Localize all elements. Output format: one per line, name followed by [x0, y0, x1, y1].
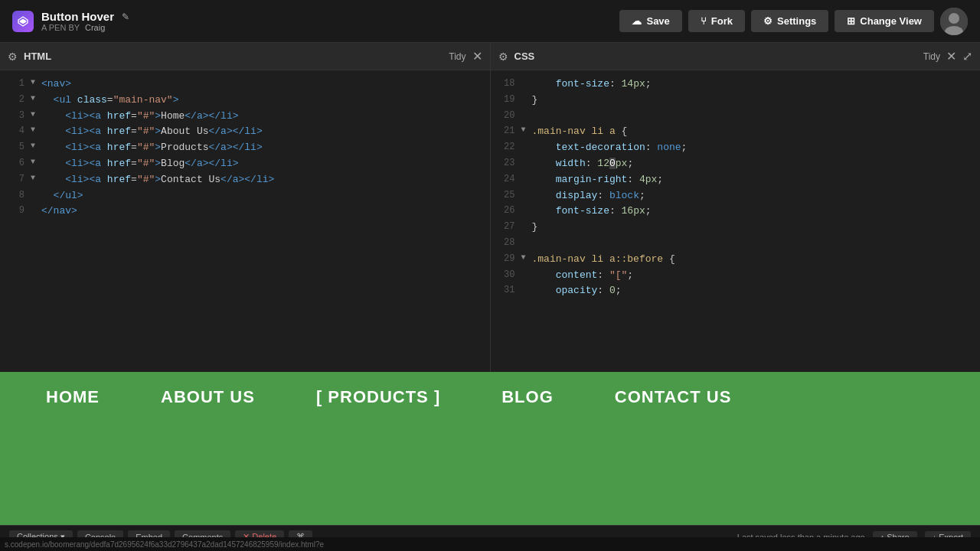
- code-line: 22 text-decoration: none;: [491, 140, 981, 156]
- svg-point-1: [949, 13, 959, 24]
- html-header-left: ⚙ HTML: [8, 51, 51, 63]
- settings-button[interactable]: ⚙ Settings: [751, 10, 828, 32]
- code-line: 19 }: [491, 93, 981, 109]
- nav-item-blog[interactable]: BLOG: [471, 387, 584, 407]
- logo-svg: [17, 15, 29, 28]
- user-avatar[interactable]: [940, 8, 968, 35]
- code-line: 26 font-size: 16px;: [491, 204, 981, 220]
- html-editor-content[interactable]: 1 ▼ <nav> 2 ▼ <ul class="main-nav"> 3 ▼ …: [0, 70, 490, 372]
- cloud-icon: ☁: [632, 15, 642, 27]
- layout-icon: ⊞: [847, 15, 855, 27]
- css-gear-icon[interactable]: ⚙: [498, 51, 508, 63]
- code-line: 27 }: [491, 220, 981, 236]
- fork-icon: ⑂: [701, 15, 707, 27]
- code-line: 30 content: "[";: [491, 268, 981, 284]
- code-line: 7 ▼ <li><a href="#">Contact Us</a></li>: [0, 172, 490, 188]
- save-button[interactable]: ☁ Save: [619, 10, 681, 32]
- html-close-button[interactable]: ✕: [472, 51, 482, 63]
- css-editor-panel: ⚙ CSS Tidy ✕ ⤢ 18 font-size: 14px; 19 }: [491, 43, 981, 372]
- code-line: 3 ▼ <li><a href="#">Home</a></li>: [0, 109, 490, 125]
- css-editor-content[interactable]: 18 font-size: 14px; 19 } 20 21 ▼ .main-n…: [491, 70, 981, 372]
- html-tidy-button[interactable]: Tidy: [449, 51, 466, 62]
- nav-item-home[interactable]: HOME: [15, 387, 130, 407]
- css-header-left: ⚙ CSS: [498, 51, 535, 63]
- topbar: Button Hover ✎ A PEN BY Craig ☁ Save ⑂ F…: [0, 0, 980, 43]
- code-line: 31 opacity: 0;: [491, 283, 981, 299]
- fork-button[interactable]: ⑂ Fork: [688, 10, 745, 32]
- pen-edit-icon[interactable]: ✎: [122, 11, 129, 22]
- css-editor-header: ⚙ CSS Tidy ✕ ⤢: [491, 43, 981, 70]
- css-close-button[interactable]: ✕: [946, 51, 956, 63]
- url-text: s.codepen.io/boomerang/dedfa7d2695624f6a…: [5, 540, 324, 549]
- code-line: 6 ▼ <li><a href="#">Blog</a></li>: [0, 156, 490, 172]
- css-header-right: Tidy ✕ ⤢: [923, 51, 972, 63]
- preview-nav: HOME ABOUT US [ PRODUCTS ] BLOG CONTACT …: [0, 387, 980, 407]
- css-panel-title: CSS: [514, 51, 535, 62]
- topbar-buttons: ☁ Save ⑂ Fork ⚙ Settings ⊞ Change View: [619, 8, 968, 35]
- code-line: 21 ▼ .main-nav li a {: [491, 124, 981, 140]
- css-tidy-button[interactable]: Tidy: [923, 51, 940, 62]
- html-panel-title: HTML: [24, 51, 51, 62]
- codepen-logo: [12, 11, 34, 32]
- nav-item-contact[interactable]: CONTACT US: [584, 387, 763, 407]
- nav-item-products[interactable]: [ PRODUCTS ]: [286, 387, 471, 407]
- changeview-button[interactable]: ⊞ Change View: [835, 10, 934, 32]
- code-line: 20: [491, 109, 981, 125]
- pen-info: Button Hover ✎ A PEN BY Craig: [41, 10, 129, 32]
- editors-wrapper: ⚙ HTML Tidy ✕ 1 ▼ <nav> 2 ▼ <ul class="m…: [0, 43, 980, 372]
- html-header-right: Tidy ✕: [449, 51, 482, 63]
- url-bar: s.codepen.io/boomerang/dedfa7d2695624f6a…: [0, 537, 980, 551]
- preview-area: HOME ABOUT US [ PRODUCTS ] BLOG CONTACT …: [0, 372, 980, 525]
- code-line: 28: [491, 236, 981, 252]
- nav-item-about[interactable]: ABOUT US: [130, 387, 286, 407]
- topbar-logo: Button Hover ✎ A PEN BY Craig: [12, 10, 619, 32]
- avatar-svg: [940, 8, 968, 35]
- html-editor-header: ⚙ HTML Tidy ✕: [0, 43, 490, 70]
- code-line: 1 ▼ <nav>: [0, 77, 490, 93]
- code-line: 9 </nav>: [0, 204, 490, 220]
- pen-title: Button Hover: [41, 10, 114, 23]
- code-line: 5 ▼ <li><a href="#">Products</a></li>: [0, 140, 490, 156]
- pen-subtitle: A PEN BY: [41, 23, 80, 32]
- code-line: 2 ▼ <ul class="main-nav">: [0, 93, 490, 109]
- code-line: 8 </ul>: [0, 188, 490, 204]
- code-line: 4 ▼ <li><a href="#">About Us</a></li>: [0, 124, 490, 140]
- code-line: 29 ▼ .main-nav li a::before {: [491, 252, 981, 268]
- gear-icon: ⚙: [763, 15, 773, 27]
- code-line: 24 margin-right: 4px;: [491, 172, 981, 188]
- code-line: 23 width: 120px;: [491, 156, 981, 172]
- css-expand-button[interactable]: ⤢: [962, 51, 972, 63]
- code-line: 25 display: block;: [491, 188, 981, 204]
- pen-author: Craig: [85, 23, 105, 32]
- html-editor-panel: ⚙ HTML Tidy ✕ 1 ▼ <nav> 2 ▼ <ul class="m…: [0, 43, 491, 372]
- html-gear-icon[interactable]: ⚙: [8, 51, 18, 63]
- code-line: 18 font-size: 14px;: [491, 77, 981, 93]
